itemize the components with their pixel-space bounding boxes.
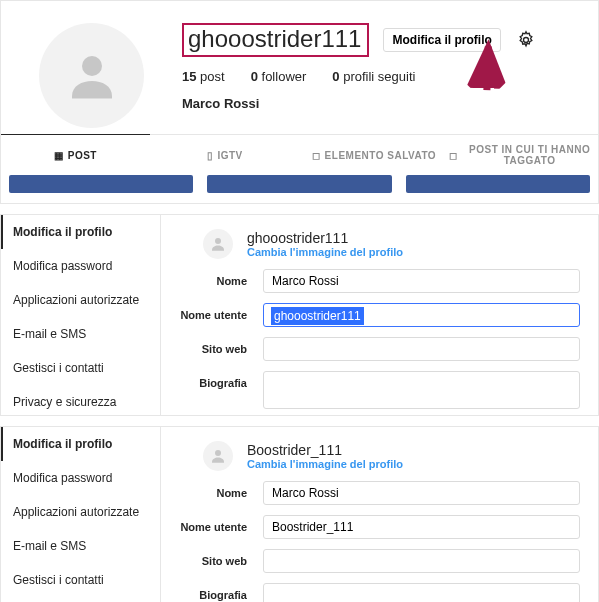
form-username-title: ghooostrider111 [247, 230, 403, 246]
label-username: Nome utente [179, 515, 263, 533]
name-field[interactable] [263, 269, 580, 293]
svg-point-1 [523, 38, 528, 43]
profile-stats: 15 post 0 follower 0 profili seguiti [182, 69, 578, 84]
profile-avatar[interactable] [39, 23, 144, 128]
sidebar-item-apps[interactable]: Applicazioni autorizzate [1, 495, 160, 529]
sidebar-item-email-sms[interactable]: E-mail e SMS [1, 529, 160, 563]
sidebar-item-change-password[interactable]: Modifica password [1, 249, 160, 283]
bio-field[interactable] [263, 371, 580, 409]
gear-icon[interactable] [515, 29, 537, 51]
label-name: Nome [179, 481, 263, 499]
tab-saved[interactable]: ◻ ELEMENTO SALVATO [300, 135, 449, 175]
sidebar-item-edit-profile[interactable]: Modifica il profilo [1, 427, 160, 461]
sidebar-item-change-password[interactable]: Modifica password [1, 461, 160, 495]
form-avatar[interactable] [203, 441, 233, 471]
change-picture-link[interactable]: Cambia l'immagine del profilo [247, 458, 403, 470]
name-field[interactable] [263, 481, 580, 505]
sidebar-item-privacy[interactable]: Privacy e sicurezza [1, 597, 160, 602]
username-field[interactable] [263, 515, 580, 539]
sidebar-item-contacts[interactable]: Gestisci i contatti [1, 351, 160, 385]
website-field[interactable] [263, 549, 580, 573]
sidebar-item-contacts[interactable]: Gestisci i contatti [1, 563, 160, 597]
label-username: Nome utente [179, 303, 263, 321]
label-website: Sito web [179, 549, 263, 567]
sidebar-item-apps[interactable]: Applicazioni autorizzate [1, 283, 160, 317]
settings-sidebar: Modifica il profilo Modifica password Ap… [1, 215, 161, 415]
svg-point-0 [82, 56, 102, 76]
label-website: Sito web [179, 337, 263, 355]
svg-point-3 [215, 450, 221, 456]
label-bio: Biografia [179, 583, 263, 601]
sidebar-item-edit-profile[interactable]: Modifica il profilo [1, 215, 160, 249]
change-picture-link[interactable]: Cambia l'immagine del profilo [247, 246, 403, 258]
sidebar-item-email-sms[interactable]: E-mail e SMS [1, 317, 160, 351]
sidebar-item-privacy[interactable]: Privacy e sicurezza [1, 385, 160, 419]
profile-fullname: Marco Rossi [182, 96, 578, 111]
label-bio: Biografia [179, 371, 263, 389]
tab-post[interactable]: ▦ POST [1, 134, 150, 175]
settings-sidebar: Modifica il profilo Modifica password Ap… [1, 427, 161, 602]
label-name: Nome [179, 269, 263, 287]
tab-tagged[interactable]: ◻ POST IN CUI TI HANNO TAGGATO [449, 135, 598, 175]
website-field[interactable] [263, 337, 580, 361]
post-grid-preview [1, 175, 598, 203]
tab-igtv[interactable]: ▯ IGTV [150, 135, 299, 175]
profile-username: ghooostrider111 [182, 23, 369, 57]
bio-field[interactable] [263, 583, 580, 602]
svg-point-2 [215, 238, 221, 244]
form-username-title: Boostrider_111 [247, 442, 403, 458]
form-avatar[interactable] [203, 229, 233, 259]
